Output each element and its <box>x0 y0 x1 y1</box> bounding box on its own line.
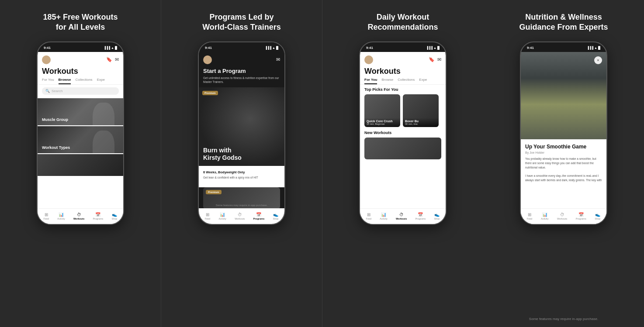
card-boxer[interactable]: Boxer Bu 30 min, Inte <box>403 94 439 127</box>
p3-screen-title: Workouts <box>360 66 446 78</box>
nav-workouts-4[interactable]: ⏱ Workouts <box>557 212 567 220</box>
status-time-3: 9:41 <box>366 46 373 50</box>
p2-header: ✉ <box>199 52 284 66</box>
p4-bottom-nav: ⊞ Feed 📊 Activity ⏱ Workouts 📅 Programs <box>521 208 606 224</box>
programs-label-2: Programs <box>253 217 265 220</box>
nav-activity-2[interactable]: 📊 Activity <box>218 212 226 220</box>
nav-programs-2[interactable]: 📅 Programs <box>253 212 265 220</box>
nav-workouts-1[interactable]: ⏱ Workouts <box>73 212 84 220</box>
nav-programs-4[interactable]: 📅 Programs <box>576 212 586 220</box>
feed-icon-1: ⊞ <box>45 212 48 217</box>
nav-shop-1[interactable]: 👟 Shop <box>111 212 117 220</box>
p3-bottom-nav: ⊞ Feed 📊 Activity ⏱ Workouts 📅 Programs <box>360 208 446 224</box>
muscle-label: Muscle Group <box>42 117 68 122</box>
nav-programs-3[interactable]: 📅 Programs <box>415 212 426 220</box>
category-more[interactable] <box>38 154 123 176</box>
phone-notch-1 <box>67 42 93 50</box>
tab-collections-3[interactable]: Collections <box>398 78 415 84</box>
close-icon: × <box>597 58 599 62</box>
boxer-meta: 30 min, Inte <box>405 123 436 125</box>
quick-core-info: Quick Core Crush 10 min, Beginner <box>364 118 400 127</box>
phone-screen-1: 🔖 ✉ Workouts For You Browse Collections … <box>38 52 123 224</box>
nav-activity-1[interactable]: 📊 Activity <box>57 212 65 220</box>
phone-notch-4 <box>551 42 577 50</box>
activity-label-3: Activity <box>380 217 387 220</box>
activity-label-1: Activity <box>57 217 65 220</box>
tab-collections[interactable]: Collections <box>75 78 92 84</box>
status-time-2: 9:41 <box>205 46 212 50</box>
tab-browse[interactable]: Browse <box>59 78 71 84</box>
tab-for-you[interactable]: For You <box>42 78 54 84</box>
programs-icon-1: 📅 <box>95 212 100 217</box>
panel-4-note: Some features may require in-app purchas… <box>529 317 598 321</box>
p1-search[interactable]: 🔍 Search <box>42 87 119 95</box>
tab-for-you-3[interactable]: For You <box>364 78 377 84</box>
p3-header: 🔖 ✉ <box>360 52 446 66</box>
phone-notch-2 <box>229 42 255 50</box>
panel-3: Daily Workout Recommendations 9:41 ▐▐▐ ▲… <box>322 0 483 327</box>
p2-mail-icon[interactable]: ✉ <box>276 57 280 62</box>
phone-wrapper-1: 9:41 ▐▐▐ ▲ █ 🔖 ✉ Workouts For You <box>37 41 124 320</box>
program-desc-text: Get unlimited access to fitness & nutrit… <box>203 76 280 84</box>
feed-icon-2: ⊞ <box>206 212 209 217</box>
top-picks-title: Top Picks For You <box>360 87 446 94</box>
workouts-icon-1: ⏱ <box>77 212 81 217</box>
shop-icon-1: 👟 <box>112 212 117 217</box>
nav-feed-4[interactable]: ⊞ Feed <box>527 212 533 220</box>
status-time-1: 9:41 <box>44 46 51 50</box>
activity-icon-1: 📊 <box>59 212 64 217</box>
nav-programs-1[interactable]: 📅 Programs <box>93 212 103 220</box>
tab-browse-3[interactable]: Browse <box>381 78 393 84</box>
panel-1: 185+ Free Workouts for All Levels 9:41 ▐… <box>0 0 161 327</box>
nav-shop-2[interactable]: 👟 Shop <box>273 212 278 220</box>
nav-feed-3[interactable]: ⊞ Feed <box>366 212 372 220</box>
p1-bottom-nav: ⊞ Feed 📊 Activity ⏱ Workouts 📅 Programs <box>38 208 123 224</box>
category-workout[interactable]: Workout Types <box>38 126 123 153</box>
phone-screen-4: × Up Your Smoothie Game By Joe Holder Yo… <box>521 52 606 224</box>
boxer-info: Boxer Bu 30 min, Inte <box>403 118 439 127</box>
nav-feed-1[interactable]: ⊞ Feed <box>44 212 49 220</box>
tab-explore-3[interactable]: Expe <box>419 78 427 84</box>
feed-label-3: Feed <box>366 217 372 220</box>
shop-label-3: Shop <box>434 217 440 220</box>
card-quick-core[interactable]: Quick Core Crush 10 min, Beginner <box>364 94 400 127</box>
tab-explore[interactable]: Expe <box>97 78 105 84</box>
phone-wrapper-2: 9:41 ▐▐▐ ▲ █ ✉ Start a Program Get unlim… <box>198 41 285 320</box>
p2-avatar <box>203 55 212 64</box>
mail-icon[interactable]: ✉ <box>115 57 119 62</box>
phone-4: 9:41 ▐▐▐ ▲ █ × Up Y <box>520 41 607 225</box>
second-premium-badge: Premium <box>206 190 222 194</box>
boxer-title: Boxer Bu <box>405 120 436 123</box>
activity-label-4: Activity <box>541 217 548 220</box>
mail-icon-3[interactable]: ✉ <box>437 57 441 62</box>
nav-shop-4[interactable]: 👟 Shop <box>595 212 600 220</box>
nav-shop-3[interactable]: 👟 Shop <box>434 212 440 220</box>
hero-detail: Get lean & confident with a spicy mix of… <box>203 176 280 179</box>
category-muscle[interactable]: Muscle Group <box>38 98 123 125</box>
article-author: By Joe Holder <box>525 151 602 154</box>
bookmark-icon[interactable]: 🔖 <box>106 57 112 62</box>
nav-activity-3[interactable]: 📊 Activity <box>380 212 387 220</box>
shop-label-1: Shop <box>111 217 117 220</box>
p2-info: 6 Weeks, Bodyweight Only Get lean & conf… <box>199 166 284 187</box>
nav-feed-2[interactable]: ⊞ Feed <box>205 212 211 220</box>
nav-workouts-2[interactable]: ⏱ Workouts <box>235 212 245 220</box>
workout-label: Workout Types <box>42 145 70 150</box>
programs-icon-4: 📅 <box>578 212 584 217</box>
phone-screen-2: ✉ Start a Program Get unlimited access t… <box>199 52 284 224</box>
new-workout-card[interactable] <box>364 138 441 159</box>
status-icons-2: ▐▐▐ ▲ █ <box>265 46 278 49</box>
panel-2: Programs Led by World-Class Trainers 9:4… <box>161 0 322 327</box>
panel-4: Nutrition & Wellness Guidance From Exper… <box>483 0 644 327</box>
workouts-label-4: Workouts <box>557 217 567 220</box>
nav-workouts-3[interactable]: ⏱ Workouts <box>396 212 407 220</box>
phone-3: 9:41 ▐▐▐ ▲ █ 🔖 ✉ Workouts For You <box>359 41 447 225</box>
nav-activity-4[interactable]: 📊 Activity <box>541 212 548 220</box>
status-icons-3: ▐▐▐ ▲ █ <box>426 46 440 49</box>
hero-title: Burn with Kirsty Godso <box>203 147 242 162</box>
article-title: Up Your Smoothie Game <box>525 144 602 150</box>
close-button[interactable]: × <box>594 56 602 64</box>
p1-header: 🔖 ✉ <box>38 52 123 66</box>
status-icons-1: ▐▐▐ ▲ █ <box>104 46 117 49</box>
bookmark-icon-3[interactable]: 🔖 <box>429 57 435 62</box>
